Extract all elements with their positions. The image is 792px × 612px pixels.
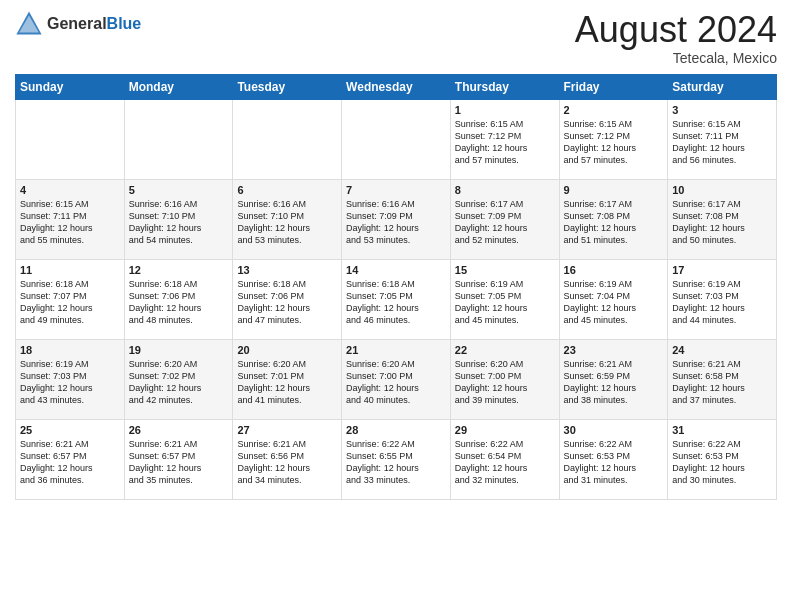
cell-3-0: 18Sunrise: 6:19 AM Sunset: 7:03 PM Dayli… bbox=[16, 339, 125, 419]
week-row-1: 1Sunrise: 6:15 AM Sunset: 7:12 PM Daylig… bbox=[16, 99, 777, 179]
day-number-13: 13 bbox=[237, 264, 337, 276]
day-number-25: 25 bbox=[20, 424, 120, 436]
cell-content-8: Sunrise: 6:17 AM Sunset: 7:09 PM Dayligh… bbox=[455, 198, 555, 247]
cell-2-4: 15Sunrise: 6:19 AM Sunset: 7:05 PM Dayli… bbox=[450, 259, 559, 339]
cell-0-5: 2Sunrise: 6:15 AM Sunset: 7:12 PM Daylig… bbox=[559, 99, 668, 179]
cell-content-16: Sunrise: 6:19 AM Sunset: 7:04 PM Dayligh… bbox=[564, 278, 664, 327]
cell-content-10: Sunrise: 6:17 AM Sunset: 7:08 PM Dayligh… bbox=[672, 198, 772, 247]
header-wednesday: Wednesday bbox=[342, 74, 451, 99]
cell-3-4: 22Sunrise: 6:20 AM Sunset: 7:00 PM Dayli… bbox=[450, 339, 559, 419]
day-number-18: 18 bbox=[20, 344, 120, 356]
header-tuesday: Tuesday bbox=[233, 74, 342, 99]
cell-content-20: Sunrise: 6:20 AM Sunset: 7:01 PM Dayligh… bbox=[237, 358, 337, 407]
cell-3-2: 20Sunrise: 6:20 AM Sunset: 7:01 PM Dayli… bbox=[233, 339, 342, 419]
logo-icon bbox=[15, 10, 43, 38]
cell-0-6: 3Sunrise: 6:15 AM Sunset: 7:11 PM Daylig… bbox=[668, 99, 777, 179]
header-sunday: Sunday bbox=[16, 74, 125, 99]
cell-content-6: Sunrise: 6:16 AM Sunset: 7:10 PM Dayligh… bbox=[237, 198, 337, 247]
calendar-table: Sunday Monday Tuesday Wednesday Thursday… bbox=[15, 74, 777, 500]
cell-content-12: Sunrise: 6:18 AM Sunset: 7:06 PM Dayligh… bbox=[129, 278, 229, 327]
cell-1-5: 9Sunrise: 6:17 AM Sunset: 7:08 PM Daylig… bbox=[559, 179, 668, 259]
day-number-23: 23 bbox=[564, 344, 664, 356]
cell-1-6: 10Sunrise: 6:17 AM Sunset: 7:08 PM Dayli… bbox=[668, 179, 777, 259]
cell-content-7: Sunrise: 6:16 AM Sunset: 7:09 PM Dayligh… bbox=[346, 198, 446, 247]
cell-content-28: Sunrise: 6:22 AM Sunset: 6:55 PM Dayligh… bbox=[346, 438, 446, 487]
cell-content-11: Sunrise: 6:18 AM Sunset: 7:07 PM Dayligh… bbox=[20, 278, 120, 327]
cell-2-6: 17Sunrise: 6:19 AM Sunset: 7:03 PM Dayli… bbox=[668, 259, 777, 339]
cell-2-5: 16Sunrise: 6:19 AM Sunset: 7:04 PM Dayli… bbox=[559, 259, 668, 339]
day-number-21: 21 bbox=[346, 344, 446, 356]
cell-content-14: Sunrise: 6:18 AM Sunset: 7:05 PM Dayligh… bbox=[346, 278, 446, 327]
header-saturday: Saturday bbox=[668, 74, 777, 99]
cell-content-2: Sunrise: 6:15 AM Sunset: 7:12 PM Dayligh… bbox=[564, 118, 664, 167]
header-thursday: Thursday bbox=[450, 74, 559, 99]
header: GeneralBlue August 2024 Tetecala, Mexico bbox=[15, 10, 777, 66]
cell-content-1: Sunrise: 6:15 AM Sunset: 7:12 PM Dayligh… bbox=[455, 118, 555, 167]
day-number-8: 8 bbox=[455, 184, 555, 196]
cell-0-4: 1Sunrise: 6:15 AM Sunset: 7:12 PM Daylig… bbox=[450, 99, 559, 179]
day-number-19: 19 bbox=[129, 344, 229, 356]
cell-content-18: Sunrise: 6:19 AM Sunset: 7:03 PM Dayligh… bbox=[20, 358, 120, 407]
cell-content-4: Sunrise: 6:15 AM Sunset: 7:11 PM Dayligh… bbox=[20, 198, 120, 247]
cell-1-3: 7Sunrise: 6:16 AM Sunset: 7:09 PM Daylig… bbox=[342, 179, 451, 259]
cell-4-4: 29Sunrise: 6:22 AM Sunset: 6:54 PM Dayli… bbox=[450, 419, 559, 499]
cell-4-5: 30Sunrise: 6:22 AM Sunset: 6:53 PM Dayli… bbox=[559, 419, 668, 499]
cell-content-21: Sunrise: 6:20 AM Sunset: 7:00 PM Dayligh… bbox=[346, 358, 446, 407]
day-number-1: 1 bbox=[455, 104, 555, 116]
title-section: August 2024 Tetecala, Mexico bbox=[575, 10, 777, 66]
cell-3-5: 23Sunrise: 6:21 AM Sunset: 6:59 PM Dayli… bbox=[559, 339, 668, 419]
day-number-6: 6 bbox=[237, 184, 337, 196]
day-number-5: 5 bbox=[129, 184, 229, 196]
day-number-22: 22 bbox=[455, 344, 555, 356]
day-number-12: 12 bbox=[129, 264, 229, 276]
header-monday: Monday bbox=[124, 74, 233, 99]
cell-content-22: Sunrise: 6:20 AM Sunset: 7:00 PM Dayligh… bbox=[455, 358, 555, 407]
day-number-28: 28 bbox=[346, 424, 446, 436]
cell-content-15: Sunrise: 6:19 AM Sunset: 7:05 PM Dayligh… bbox=[455, 278, 555, 327]
day-number-4: 4 bbox=[20, 184, 120, 196]
day-number-20: 20 bbox=[237, 344, 337, 356]
week-row-2: 4Sunrise: 6:15 AM Sunset: 7:11 PM Daylig… bbox=[16, 179, 777, 259]
cell-content-29: Sunrise: 6:22 AM Sunset: 6:54 PM Dayligh… bbox=[455, 438, 555, 487]
day-number-14: 14 bbox=[346, 264, 446, 276]
day-number-9: 9 bbox=[564, 184, 664, 196]
logo-general: General bbox=[47, 15, 107, 32]
cell-4-3: 28Sunrise: 6:22 AM Sunset: 6:55 PM Dayli… bbox=[342, 419, 451, 499]
cell-3-6: 24Sunrise: 6:21 AM Sunset: 6:58 PM Dayli… bbox=[668, 339, 777, 419]
cell-content-9: Sunrise: 6:17 AM Sunset: 7:08 PM Dayligh… bbox=[564, 198, 664, 247]
day-number-31: 31 bbox=[672, 424, 772, 436]
day-number-26: 26 bbox=[129, 424, 229, 436]
cell-2-1: 12Sunrise: 6:18 AM Sunset: 7:06 PM Dayli… bbox=[124, 259, 233, 339]
day-number-27: 27 bbox=[237, 424, 337, 436]
day-number-11: 11 bbox=[20, 264, 120, 276]
cell-4-2: 27Sunrise: 6:21 AM Sunset: 6:56 PM Dayli… bbox=[233, 419, 342, 499]
cell-3-1: 19Sunrise: 6:20 AM Sunset: 7:02 PM Dayli… bbox=[124, 339, 233, 419]
day-number-16: 16 bbox=[564, 264, 664, 276]
week-row-3: 11Sunrise: 6:18 AM Sunset: 7:07 PM Dayli… bbox=[16, 259, 777, 339]
cell-content-17: Sunrise: 6:19 AM Sunset: 7:03 PM Dayligh… bbox=[672, 278, 772, 327]
day-number-24: 24 bbox=[672, 344, 772, 356]
week-row-5: 25Sunrise: 6:21 AM Sunset: 6:57 PM Dayli… bbox=[16, 419, 777, 499]
cell-0-2 bbox=[233, 99, 342, 179]
cell-1-0: 4Sunrise: 6:15 AM Sunset: 7:11 PM Daylig… bbox=[16, 179, 125, 259]
cell-0-1 bbox=[124, 99, 233, 179]
cell-1-2: 6Sunrise: 6:16 AM Sunset: 7:10 PM Daylig… bbox=[233, 179, 342, 259]
cell-content-13: Sunrise: 6:18 AM Sunset: 7:06 PM Dayligh… bbox=[237, 278, 337, 327]
day-number-30: 30 bbox=[564, 424, 664, 436]
cell-4-0: 25Sunrise: 6:21 AM Sunset: 6:57 PM Dayli… bbox=[16, 419, 125, 499]
day-number-2: 2 bbox=[564, 104, 664, 116]
cell-2-2: 13Sunrise: 6:18 AM Sunset: 7:06 PM Dayli… bbox=[233, 259, 342, 339]
cell-content-3: Sunrise: 6:15 AM Sunset: 7:11 PM Dayligh… bbox=[672, 118, 772, 167]
calendar-header-row: Sunday Monday Tuesday Wednesday Thursday… bbox=[16, 74, 777, 99]
cell-content-19: Sunrise: 6:20 AM Sunset: 7:02 PM Dayligh… bbox=[129, 358, 229, 407]
cell-1-4: 8Sunrise: 6:17 AM Sunset: 7:09 PM Daylig… bbox=[450, 179, 559, 259]
cell-content-5: Sunrise: 6:16 AM Sunset: 7:10 PM Dayligh… bbox=[129, 198, 229, 247]
cell-content-31: Sunrise: 6:22 AM Sunset: 6:53 PM Dayligh… bbox=[672, 438, 772, 487]
cell-content-23: Sunrise: 6:21 AM Sunset: 6:59 PM Dayligh… bbox=[564, 358, 664, 407]
cell-content-30: Sunrise: 6:22 AM Sunset: 6:53 PM Dayligh… bbox=[564, 438, 664, 487]
day-number-10: 10 bbox=[672, 184, 772, 196]
week-row-4: 18Sunrise: 6:19 AM Sunset: 7:03 PM Dayli… bbox=[16, 339, 777, 419]
logo-blue: Blue bbox=[107, 15, 142, 32]
header-friday: Friday bbox=[559, 74, 668, 99]
cell-content-24: Sunrise: 6:21 AM Sunset: 6:58 PM Dayligh… bbox=[672, 358, 772, 407]
